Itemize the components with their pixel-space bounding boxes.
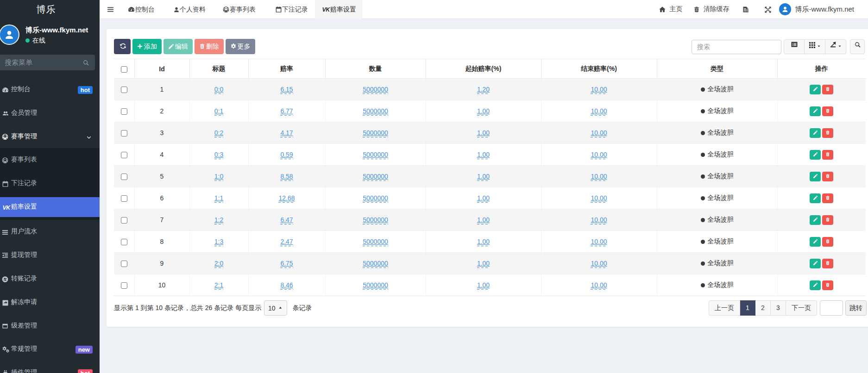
svg-text:VK: VK [3, 205, 11, 211]
svg-text:VK: VK [322, 6, 331, 13]
